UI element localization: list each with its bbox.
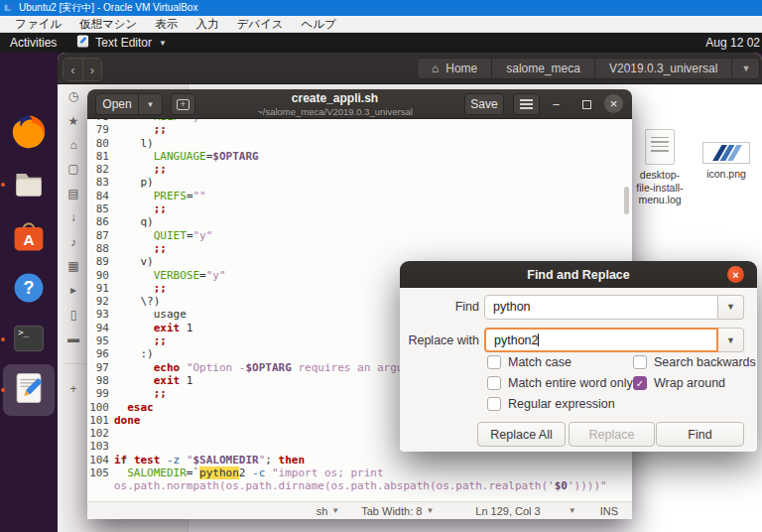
code-token: PREFS	[154, 190, 187, 202]
terminal-icon: >_	[11, 321, 47, 360]
dock-item-help[interactable]: ?	[6, 267, 52, 313]
dock-item-terminal[interactable]: >_	[6, 318, 52, 363]
code-token: v)	[114, 255, 154, 268]
file-name: desktop- file-install- menu.log	[636, 169, 683, 206]
search-match-highlight: python	[199, 466, 239, 479]
maximize-button[interactable]	[576, 93, 597, 115]
code-token: ;;	[154, 334, 167, 347]
save-button[interactable]: Save	[464, 93, 504, 115]
tab-width-selector[interactable]: Tab Width: 8▼	[361, 505, 434, 517]
path-segment-label: salome_meca	[506, 62, 580, 75]
new-document-button[interactable]: +	[171, 93, 195, 115]
files-folder-icon	[11, 166, 47, 205]
dock-item-firefox[interactable]	[6, 111, 52, 157]
option-match-case[interactable]: Match case	[487, 355, 632, 369]
line-number: 82	[87, 163, 114, 176]
vbox-menu-[interactable]: 表示	[146, 16, 187, 33]
find-replace-dialog: Find and Replace × Find python ▼ Replace…	[400, 261, 757, 452]
file-item-log[interactable]: desktop- file-install- menu.log	[628, 129, 692, 206]
option-label: Search backwards	[654, 355, 756, 369]
code-token: -c	[252, 466, 265, 479]
code-token	[114, 190, 154, 202]
close-button[interactable]: ×	[604, 94, 623, 113]
open-button[interactable]: Open	[95, 93, 139, 115]
code-token: exit	[154, 374, 181, 387]
starred-icon: ★	[66, 114, 80, 128]
option-label: Regular expression	[508, 397, 615, 411]
code-token: LANGUAGE	[154, 150, 206, 163]
path-segment-v2019-0-3-universal[interactable]: V2019.0.3_universal	[594, 59, 731, 78]
vbox-menu-[interactable]: ファイル	[6, 16, 70, 33]
replace-input[interactable]: python2	[484, 328, 718, 352]
other-locations-icon: +	[66, 382, 80, 396]
gedit-mini-icon	[76, 35, 89, 51]
scrollbar-thumb[interactable]	[624, 187, 629, 214]
code-token: =	[187, 190, 193, 202]
dock: A ? >_	[0, 53, 58, 532]
code-token	[114, 229, 154, 242]
language-selector[interactable]: sh▼	[317, 505, 340, 517]
goto-line-dropdown[interactable]: ▼	[569, 506, 576, 515]
code-token	[114, 387, 154, 400]
file-name: icon.png	[706, 168, 746, 181]
dialog-title: Find and Replace	[527, 268, 630, 282]
path-segment-salome-meca[interactable]: salome_meca	[491, 59, 594, 78]
path-segment-home[interactable]: ⌂Home	[418, 59, 491, 78]
code-line: 87 QUIET="y"	[87, 229, 632, 242]
code-token: $OPTARG	[245, 361, 291, 374]
code-token: exit	[154, 322, 181, 334]
path-dropdown-arrow-icon[interactable]: ▼	[731, 59, 759, 78]
option-regular-expression[interactable]: Regular expression	[487, 397, 632, 411]
option-match-entire-word-only[interactable]: Match entire word only	[487, 376, 632, 390]
file-item-icon-png[interactable]: icon.png	[695, 142, 758, 181]
open-dropdown-arrow-icon[interactable]: ▼	[138, 93, 163, 115]
dock-item-text-editor[interactable]	[3, 364, 55, 416]
back-button[interactable]: ‹	[64, 59, 82, 80]
code-text: q)	[114, 215, 632, 228]
vbox-menubar: ファイル仮想マシン表示入力デバイスヘルプ	[0, 16, 762, 33]
find-input[interactable]: python	[484, 295, 718, 320]
checkbox-unchecked-icon[interactable]	[633, 355, 647, 369]
checkbox-unchecked-icon[interactable]	[487, 355, 501, 369]
ubuntu-top-panel: Activities Text Editor ▼ Aug 12 02	[0, 33, 762, 53]
dialog-close-button[interactable]: ×	[727, 266, 744, 283]
checkbox-unchecked-icon[interactable]	[487, 397, 501, 411]
code-line: 79 ;;	[87, 123, 632, 136]
code-token: 2	[239, 466, 252, 479]
app-menu-label: Text Editor	[95, 36, 152, 50]
clock[interactable]: Aug 12 02	[705, 33, 760, 53]
option-search-backwards[interactable]: Search backwards	[633, 355, 750, 369]
vbox-menu-[interactable]: ヘルプ	[292, 16, 344, 33]
forward-button[interactable]: ›	[82, 59, 101, 80]
code-token: 1	[180, 374, 192, 387]
vbox-menu-[interactable]: デバイス	[227, 16, 292, 33]
replace-all-button[interactable]: Replace All	[477, 422, 566, 447]
code-token	[265, 466, 272, 479]
activities-button[interactable]: Activities	[10, 36, 57, 50]
code-token: echo	[154, 361, 181, 374]
option-wrap-around[interactable]: ✓Wrap around	[633, 376, 750, 390]
code-token: ;;	[154, 123, 167, 136]
code-line: 84 PREFS=""	[87, 190, 632, 202]
code-text: if test -z "$SALOMEDIR"; then	[114, 454, 632, 466]
code-token: q)	[114, 215, 154, 228]
dock-item-files[interactable]	[6, 163, 52, 208]
cursor-position[interactable]: Ln 129, Col 3	[475, 505, 540, 517]
vbox-menu-[interactable]: 入力	[187, 16, 227, 33]
find-button[interactable]: Find	[656, 422, 744, 447]
minimize-button[interactable]: −	[546, 93, 567, 115]
checkbox-unchecked-icon[interactable]	[487, 376, 501, 390]
code-token	[114, 401, 127, 414]
code-token: $SALOMEDIR	[193, 454, 259, 466]
vbox-menu-[interactable]: 仮想マシン	[70, 16, 146, 33]
menu-button[interactable]	[513, 93, 540, 115]
code-token: =	[187, 229, 193, 242]
find-history-arrow-icon[interactable]: ▼	[718, 295, 744, 320]
code-token	[180, 361, 187, 374]
checkbox-checked-icon[interactable]: ✓	[633, 376, 647, 390]
salome-logo-icon	[704, 144, 748, 162]
replace-history-arrow-icon[interactable]: ▼	[718, 328, 744, 352]
help-icon: ?	[11, 270, 47, 310]
dock-item-ubuntu-software[interactable]: A	[6, 215, 52, 261]
app-menu-button[interactable]: Text Editor ▼	[76, 35, 167, 51]
